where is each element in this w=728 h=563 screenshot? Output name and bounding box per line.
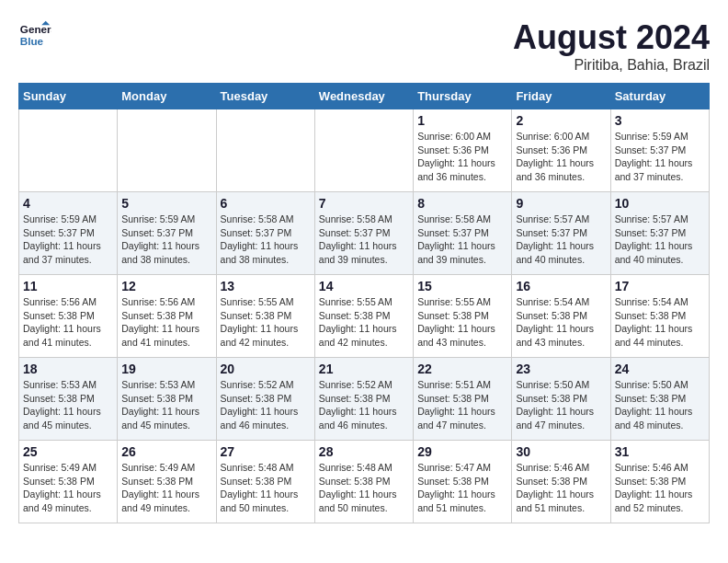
day-info: Sunrise: 5:46 AMSunset: 5:38 PMDaylight:…: [615, 461, 705, 515]
weekday-header-row: SundayMondayTuesdayWednesdayThursdayFrid…: [19, 84, 710, 109]
month-year: August 2024: [513, 18, 710, 57]
calendar-cell: 11Sunrise: 5:56 AMSunset: 5:38 PMDayligh…: [19, 275, 118, 358]
day-info: Sunrise: 5:48 AMSunset: 5:38 PMDaylight:…: [221, 461, 311, 515]
day-info: Sunrise: 5:58 AMSunset: 5:37 PMDaylight:…: [319, 213, 409, 267]
day-number: 15: [417, 279, 507, 293]
calendar-cell: 1Sunrise: 6:00 AMSunset: 5:36 PMDaylight…: [414, 109, 512, 192]
day-info: Sunrise: 5:49 AMSunset: 5:38 PMDaylight:…: [121, 461, 211, 515]
calendar-cell: 24Sunrise: 5:50 AMSunset: 5:38 PMDayligh…: [610, 358, 709, 441]
day-info: Sunrise: 5:47 AMSunset: 5:38 PMDaylight:…: [417, 461, 507, 515]
day-number: 6: [221, 196, 311, 211]
day-info: Sunrise: 5:51 AMSunset: 5:38 PMDaylight:…: [417, 378, 507, 432]
logo: General Blue: [18, 18, 51, 52]
weekday-header-sunday: Sunday: [19, 84, 118, 109]
calendar-cell: 30Sunrise: 5:46 AMSunset: 5:38 PMDayligh…: [512, 441, 610, 523]
day-number: 8: [417, 196, 507, 211]
calendar-cell: [216, 109, 314, 192]
weekday-header-wednesday: Wednesday: [314, 84, 413, 109]
weekday-header-thursday: Thursday: [414, 84, 512, 109]
calendar-cell: 7Sunrise: 5:58 AMSunset: 5:37 PMDaylight…: [314, 192, 413, 275]
day-number: 25: [23, 444, 113, 459]
day-number: 3: [615, 113, 705, 128]
day-info: Sunrise: 5:58 AMSunset: 5:37 PMDaylight:…: [417, 213, 507, 267]
day-number: 22: [417, 362, 507, 376]
weekday-header-friday: Friday: [512, 84, 610, 109]
day-number: 11: [23, 279, 113, 293]
day-number: 10: [615, 196, 705, 211]
day-info: Sunrise: 5:58 AMSunset: 5:37 PMDaylight:…: [221, 213, 311, 267]
day-info: Sunrise: 5:53 AMSunset: 5:38 PMDaylight:…: [121, 378, 211, 432]
calendar-cell: 18Sunrise: 5:53 AMSunset: 5:38 PMDayligh…: [19, 358, 118, 441]
day-number: 23: [516, 362, 606, 376]
day-info: Sunrise: 6:00 AMSunset: 5:36 PMDaylight:…: [417, 130, 507, 184]
day-number: 13: [221, 279, 311, 293]
calendar-cell: 29Sunrise: 5:47 AMSunset: 5:38 PMDayligh…: [414, 441, 512, 523]
calendar-cell: 19Sunrise: 5:53 AMSunset: 5:38 PMDayligh…: [118, 358, 216, 441]
day-number: 28: [319, 444, 409, 459]
calendar-table: SundayMondayTuesdayWednesdayThursdayFrid…: [18, 83, 710, 523]
day-info: Sunrise: 5:54 AMSunset: 5:38 PMDaylight:…: [516, 295, 606, 350]
day-number: 18: [23, 362, 113, 376]
day-info: Sunrise: 5:49 AMSunset: 5:38 PMDaylight:…: [23, 461, 113, 515]
calendar-cell: 10Sunrise: 5:57 AMSunset: 5:37 PMDayligh…: [610, 192, 709, 275]
calendar-cell: 31Sunrise: 5:46 AMSunset: 5:38 PMDayligh…: [610, 441, 709, 523]
location: Piritiba, Bahia, Brazil: [513, 57, 710, 74]
day-number: 21: [319, 362, 409, 376]
day-info: Sunrise: 6:00 AMSunset: 5:36 PMDaylight:…: [516, 130, 606, 184]
calendar-cell: [314, 109, 413, 192]
svg-text:Blue: Blue: [20, 35, 44, 47]
day-info: Sunrise: 5:55 AMSunset: 5:38 PMDaylight:…: [221, 295, 311, 350]
day-info: Sunrise: 5:59 AMSunset: 5:37 PMDaylight:…: [23, 213, 113, 267]
calendar-cell: 3Sunrise: 5:59 AMSunset: 5:37 PMDaylight…: [610, 109, 709, 192]
day-number: 5: [121, 196, 211, 211]
calendar-cell: 25Sunrise: 5:49 AMSunset: 5:38 PMDayligh…: [19, 441, 118, 523]
day-number: 29: [417, 444, 507, 459]
calendar-week-row: 11Sunrise: 5:56 AMSunset: 5:38 PMDayligh…: [19, 275, 710, 358]
calendar-cell: 21Sunrise: 5:52 AMSunset: 5:38 PMDayligh…: [314, 358, 413, 441]
day-number: 20: [221, 362, 311, 376]
day-number: 27: [221, 444, 311, 459]
calendar-cell: 14Sunrise: 5:55 AMSunset: 5:38 PMDayligh…: [314, 275, 413, 358]
calendar-cell: 9Sunrise: 5:57 AMSunset: 5:37 PMDaylight…: [512, 192, 610, 275]
day-info: Sunrise: 5:56 AMSunset: 5:38 PMDaylight:…: [23, 295, 113, 350]
weekday-header-tuesday: Tuesday: [216, 84, 314, 109]
day-number: 4: [23, 196, 113, 211]
day-number: 2: [516, 113, 606, 128]
calendar-cell: 4Sunrise: 5:59 AMSunset: 5:37 PMDaylight…: [19, 192, 118, 275]
page-header: General Blue August 2024 Piritiba, Bahia…: [18, 18, 710, 74]
calendar-cell: 8Sunrise: 5:58 AMSunset: 5:37 PMDaylight…: [414, 192, 512, 275]
calendar-week-row: 1Sunrise: 6:00 AMSunset: 5:36 PMDaylight…: [19, 109, 710, 192]
day-number: 12: [121, 279, 211, 293]
day-info: Sunrise: 5:55 AMSunset: 5:38 PMDaylight:…: [417, 295, 507, 350]
calendar-cell: 6Sunrise: 5:58 AMSunset: 5:37 PMDaylight…: [216, 192, 314, 275]
day-info: Sunrise: 5:57 AMSunset: 5:37 PMDaylight:…: [516, 213, 606, 267]
day-number: 19: [121, 362, 211, 376]
title-block: August 2024 Piritiba, Bahia, Brazil: [513, 18, 710, 74]
day-number: 1: [417, 113, 507, 128]
day-info: Sunrise: 5:50 AMSunset: 5:38 PMDaylight:…: [615, 378, 705, 432]
day-number: 31: [615, 444, 705, 459]
day-info: Sunrise: 5:54 AMSunset: 5:38 PMDaylight:…: [615, 295, 705, 350]
day-info: Sunrise: 5:50 AMSunset: 5:38 PMDaylight:…: [516, 378, 606, 432]
calendar-cell: [118, 109, 216, 192]
calendar-cell: 12Sunrise: 5:56 AMSunset: 5:38 PMDayligh…: [118, 275, 216, 358]
calendar-cell: 13Sunrise: 5:55 AMSunset: 5:38 PMDayligh…: [216, 275, 314, 358]
day-info: Sunrise: 5:52 AMSunset: 5:38 PMDaylight:…: [319, 378, 409, 432]
calendar-cell: 16Sunrise: 5:54 AMSunset: 5:38 PMDayligh…: [512, 275, 610, 358]
calendar-cell: 22Sunrise: 5:51 AMSunset: 5:38 PMDayligh…: [414, 358, 512, 441]
calendar-week-row: 4Sunrise: 5:59 AMSunset: 5:37 PMDaylight…: [19, 192, 710, 275]
calendar-cell: 2Sunrise: 6:00 AMSunset: 5:36 PMDaylight…: [512, 109, 610, 192]
day-number: 16: [516, 279, 606, 293]
logo-icon: General Blue: [18, 18, 51, 52]
day-info: Sunrise: 5:53 AMSunset: 5:38 PMDaylight:…: [23, 378, 113, 432]
day-number: 17: [615, 279, 705, 293]
calendar-cell: [19, 109, 118, 192]
weekday-header-monday: Monday: [118, 84, 216, 109]
day-info: Sunrise: 5:59 AMSunset: 5:37 PMDaylight:…: [615, 130, 705, 184]
day-number: 9: [516, 196, 606, 211]
calendar-cell: 17Sunrise: 5:54 AMSunset: 5:38 PMDayligh…: [610, 275, 709, 358]
day-number: 7: [319, 196, 409, 211]
day-number: 26: [121, 444, 211, 459]
day-info: Sunrise: 5:48 AMSunset: 5:38 PMDaylight:…: [319, 461, 409, 515]
calendar-cell: 27Sunrise: 5:48 AMSunset: 5:38 PMDayligh…: [216, 441, 314, 523]
